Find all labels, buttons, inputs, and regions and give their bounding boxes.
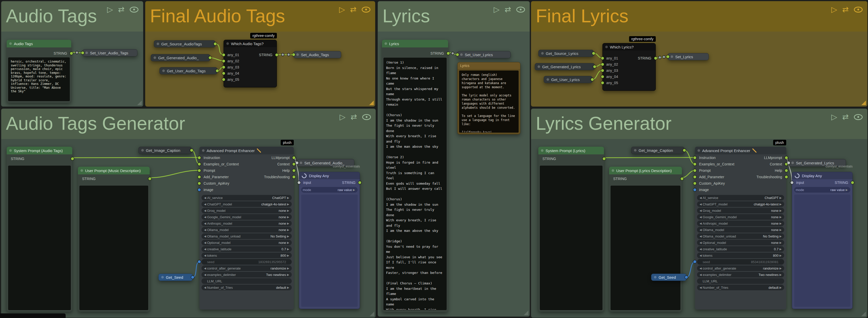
collapse-dot-icon[interactable] xyxy=(9,42,12,45)
any-input-dot[interactable] xyxy=(222,54,225,56)
output-dot[interactable] xyxy=(683,149,686,152)
play-icon[interactable]: ▷ xyxy=(339,5,345,14)
string-output-dot[interactable] xyxy=(359,181,361,184)
bypass-arrows-icon[interactable]: ⇄ xyxy=(842,112,849,121)
increment-arrow-icon[interactable]: ▶ xyxy=(778,215,783,219)
decrement-arrow-icon[interactable]: ◀ xyxy=(699,254,703,257)
decrement-arrow-icon[interactable]: ◀ xyxy=(699,203,703,206)
node-set-audio-tags[interactable]: Set_Audio_Tags xyxy=(293,51,341,58)
input-dot[interactable] xyxy=(693,188,696,191)
widget-row[interactable]: ◀creative_latitude0.7▶ xyxy=(697,246,784,252)
node-which-lyrics[interactable]: Which Lyrics? any_01any_02any_03any_04an… xyxy=(602,43,656,91)
widget-row[interactable]: ◀Groq_modelnone▶ xyxy=(697,208,784,213)
node-title-bar[interactable]: Advanced Prompt Enhancer xyxy=(695,147,786,154)
increment-arrow-icon[interactable]: ▶ xyxy=(286,248,290,251)
increment-arrow-icon[interactable]: ▶ xyxy=(286,286,290,289)
collapse-dot-icon[interactable] xyxy=(537,65,540,68)
increment-arrow-icon[interactable]: ▶ xyxy=(778,228,783,232)
node-lyrics[interactable]: Lyrics STRING (Verse 1) Born in silence,… xyxy=(382,40,448,312)
input-dot[interactable] xyxy=(198,182,201,185)
decrement-arrow-icon[interactable]: ◀ xyxy=(699,228,703,232)
decrement-arrow-icon[interactable]: ◀ xyxy=(203,196,207,200)
collapse-dot-icon[interactable] xyxy=(384,42,387,45)
increment-arrow-icon[interactable]: ▶ xyxy=(286,254,290,257)
node-title-bar[interactable]: Audio Tags xyxy=(7,40,71,48)
decrement-arrow-icon[interactable]: ◀ xyxy=(203,254,207,257)
input-dot[interactable] xyxy=(198,175,201,178)
bypass-arrows-icon[interactable]: ⇄ xyxy=(350,5,356,14)
output-dot[interactable] xyxy=(592,52,595,55)
increment-arrow-icon[interactable]: ▶ xyxy=(778,196,783,200)
node-get-user-audio-tags[interactable]: Get_User_Audio_Tags xyxy=(159,67,217,75)
any-input-dot[interactable] xyxy=(601,69,604,72)
string-output-dot[interactable] xyxy=(447,52,450,55)
node-get-source-lyrics[interactable]: Get_Source_Lyrics xyxy=(538,50,594,57)
output-dot[interactable] xyxy=(785,156,788,159)
bypass-arrows-icon[interactable]: ⇄ xyxy=(118,5,125,14)
decrement-arrow-icon[interactable]: ◀ xyxy=(203,241,207,244)
collapse-dot-icon[interactable] xyxy=(162,69,165,72)
node-title-bar[interactable]: User Prompt (Lyrics Description) xyxy=(609,167,682,174)
node-get-generated-lyrics[interactable]: Get_Generated_Lyrics xyxy=(535,63,595,70)
decrement-arrow-icon[interactable]: ◀ xyxy=(203,235,207,238)
user-prompt-text[interactable] xyxy=(80,186,148,310)
output-dot[interactable] xyxy=(685,276,688,279)
node-get-source-audiotags[interactable]: Get_Source_AudioTags xyxy=(154,40,215,48)
input-dot[interactable] xyxy=(296,162,299,164)
collapse-dot-icon[interactable] xyxy=(154,56,156,59)
widget-row[interactable]: LLM_URL xyxy=(202,278,292,284)
widget-row[interactable]: ◀Ollama_modelnone▶ xyxy=(697,227,784,233)
widget-row[interactable]: ◀Optional_modelnone▶ xyxy=(202,240,292,245)
collapse-dot-icon[interactable] xyxy=(698,149,700,152)
collapse-dot-icon[interactable] xyxy=(81,169,83,172)
input-dot[interactable] xyxy=(198,156,201,159)
node-get-seed[interactable]: Get_Seed xyxy=(158,273,193,281)
string-output-dot[interactable] xyxy=(148,177,151,180)
output-dot[interactable] xyxy=(190,149,193,152)
input-dot[interactable] xyxy=(456,53,459,56)
output-dot[interactable] xyxy=(785,175,788,178)
eye-icon[interactable] xyxy=(854,114,863,120)
decrement-arrow-icon[interactable]: ◀ xyxy=(699,235,703,238)
node-get-image-caption-lyrics[interactable]: Get_Image_Caption xyxy=(631,147,684,154)
output-dot[interactable] xyxy=(292,169,295,172)
output-dot[interactable] xyxy=(785,169,788,172)
collapse-dot-icon[interactable] xyxy=(460,53,463,56)
eye-icon[interactable] xyxy=(362,114,371,120)
any-input-dot[interactable] xyxy=(222,78,225,81)
input-dot[interactable] xyxy=(198,163,201,166)
increment-arrow-icon[interactable]: ▶ xyxy=(778,222,783,225)
node-user-prompt-lyrics-description[interactable]: User Prompt (Lyrics Description) STRING xyxy=(609,167,682,312)
increment-arrow-icon[interactable]: ▶ xyxy=(778,286,783,289)
note-title-bar[interactable]: Lyrics xyxy=(458,62,520,69)
input-dot[interactable] xyxy=(298,181,301,184)
node-display-any-audio[interactable]: Display Any input STRING mode raw value … xyxy=(299,172,360,309)
input-dot[interactable] xyxy=(292,53,295,56)
widget-row[interactable]: ◀examples_delimiterTwo newlines▶ xyxy=(697,272,784,278)
decrement-arrow-icon[interactable]: ◀ xyxy=(203,248,207,251)
widget-row[interactable]: ◀tokens800▶ xyxy=(697,253,784,258)
collapse-dot-icon[interactable] xyxy=(547,78,549,81)
widget-row[interactable]: seed853418311928081 xyxy=(697,259,784,265)
widget-row[interactable]: ◀control_after_generaterandomize▶ xyxy=(697,265,784,271)
input-dot[interactable] xyxy=(198,188,201,191)
collapse-dot-icon[interactable] xyxy=(654,276,656,279)
widget-row[interactable]: ◀control_after_generaterandomize▶ xyxy=(202,265,292,271)
collapse-dot-icon[interactable] xyxy=(671,55,673,58)
comfyui-canvas[interactable]: Audio Tags ▷⇄ Final Audio Tags ▷⇄ Lyrics… xyxy=(0,0,868,318)
node-system-prompt-lyrics[interactable]: System Prompt (Lyrics) STRING xyxy=(538,147,604,312)
increment-arrow-icon[interactable]: ▶ xyxy=(286,196,290,200)
increment-arrow-icon[interactable]: ▶ xyxy=(286,215,290,219)
node-title-bar[interactable]: Which Lyrics? xyxy=(603,44,655,51)
eye-icon[interactable] xyxy=(362,7,370,12)
play-icon[interactable]: ▷ xyxy=(494,5,500,14)
play-icon[interactable]: ▷ xyxy=(831,5,837,14)
input-dot[interactable] xyxy=(693,156,696,159)
seed-input-dot[interactable] xyxy=(693,260,696,263)
output-dot[interactable] xyxy=(591,78,594,81)
increment-arrow-icon[interactable]: ▶ xyxy=(778,241,783,244)
widget-row[interactable]: ◀tokens800▶ xyxy=(202,253,292,258)
any-input-dot[interactable] xyxy=(601,76,604,78)
decrement-arrow-icon[interactable]: ◀ xyxy=(699,248,703,251)
widget-row[interactable]: ◀Number_of_Triesdefault▶ xyxy=(697,285,784,290)
